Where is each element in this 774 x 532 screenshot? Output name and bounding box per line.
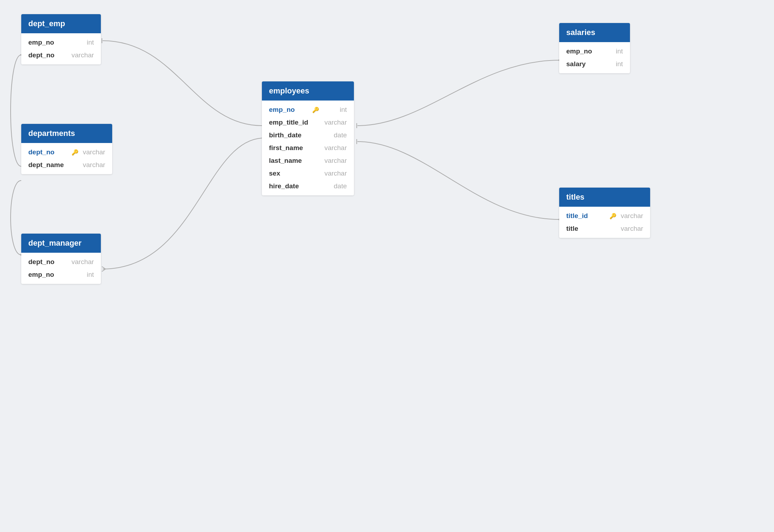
field-type: int (616, 47, 623, 55)
table-employees[interactable]: employees emp_no 🔑 int emp_title_id varc… (262, 81, 354, 195)
field-type: varchar (325, 170, 347, 177)
field-name: dept_name (28, 161, 67, 169)
table-header-salaries: salaries (559, 23, 630, 42)
field-type: date (334, 182, 347, 190)
table-row: dept_no 🔑 varchar (21, 146, 112, 159)
field-name: salary (566, 60, 605, 68)
field-type: varchar (83, 161, 105, 169)
table-row: birth_date date (262, 129, 354, 142)
field-name: emp_title_id (269, 119, 308, 126)
table-title-titles: titles (566, 193, 584, 201)
table-row: title varchar (559, 222, 650, 235)
table-salaries[interactable]: salaries emp_no int salary int (559, 23, 630, 73)
table-row: title_id 🔑 varchar (559, 210, 650, 222)
table-row: emp_no 🔑 int (262, 103, 354, 116)
table-titles[interactable]: titles title_id 🔑 varchar title varchar (559, 188, 650, 238)
table-dept-manager[interactable]: dept_manager dept_no varchar emp_no int (21, 234, 101, 284)
table-header-dept-emp: dept_emp (21, 14, 101, 33)
table-title-salaries: salaries (566, 28, 595, 37)
table-row: dept_no varchar (21, 49, 101, 62)
field-name: dept_no (28, 258, 67, 266)
field-name-pk: title_id (566, 212, 605, 220)
field-name: hire_date (269, 182, 308, 190)
table-title-dept-emp: dept_emp (28, 19, 65, 28)
table-row: hire_date date (262, 180, 354, 193)
field-type: date (334, 131, 347, 139)
table-row: emp_title_id varchar (262, 116, 354, 129)
diagram-canvas: dept_emp emp_no int dept_no varchar depa… (0, 0, 774, 532)
field-type: varchar (325, 119, 347, 126)
field-name-pk: dept_no (28, 148, 67, 156)
table-row: dept_name varchar (21, 159, 112, 171)
table-header-departments: departments (21, 124, 112, 143)
table-body-salaries: emp_no int salary int (559, 42, 630, 73)
table-title-dept-manager: dept_manager (28, 239, 81, 247)
field-type: varchar (83, 148, 105, 156)
field-name: dept_no (28, 51, 67, 59)
field-name: emp_no (28, 39, 67, 46)
field-type: varchar (621, 212, 643, 220)
table-row: first_name varchar (262, 142, 354, 154)
field-name: title (566, 225, 605, 233)
field-name: sex (269, 170, 308, 177)
table-row: salary int (559, 58, 630, 70)
field-name: first_name (269, 144, 308, 152)
field-type: varchar (71, 51, 94, 59)
table-row: emp_no int (21, 36, 101, 49)
field-name: emp_no (566, 47, 605, 55)
table-header-employees: employees (262, 81, 354, 101)
connections-svg (0, 0, 774, 532)
field-name: birth_date (269, 131, 308, 139)
table-title-departments: departments (28, 129, 75, 138)
table-body-departments: dept_no 🔑 varchar dept_name varchar (21, 143, 112, 174)
table-body-dept-emp: emp_no int dept_no varchar (21, 33, 101, 64)
field-type: int (87, 271, 94, 279)
key-icon: 🔑 (312, 107, 319, 113)
table-row: emp_no int (559, 45, 630, 58)
field-type: varchar (325, 144, 347, 152)
key-icon: 🔑 (609, 213, 617, 219)
table-header-titles: titles (559, 188, 650, 207)
table-dept-emp[interactable]: dept_emp emp_no int dept_no varchar (21, 14, 101, 64)
table-body-dept-manager: dept_no varchar emp_no int (21, 253, 101, 284)
table-departments[interactable]: departments dept_no 🔑 varchar dept_name … (21, 124, 112, 174)
key-icon: 🔑 (71, 149, 79, 156)
field-name-pk: emp_no (269, 106, 308, 114)
table-body-titles: title_id 🔑 varchar title varchar (559, 207, 650, 238)
table-header-dept-manager: dept_manager (21, 234, 101, 253)
table-row: sex varchar (262, 167, 354, 180)
table-row: emp_no int (21, 268, 101, 281)
field-type: int (340, 106, 347, 114)
table-body-employees: emp_no 🔑 int emp_title_id varchar birth_… (262, 101, 354, 195)
field-type: int (87, 39, 94, 46)
table-title-employees: employees (269, 86, 309, 95)
field-name: last_name (269, 157, 308, 165)
field-name: emp_no (28, 271, 67, 279)
field-type: varchar (325, 157, 347, 165)
table-row: dept_no varchar (21, 256, 101, 268)
field-type: varchar (71, 258, 94, 266)
field-type: varchar (621, 225, 643, 233)
table-row: last_name varchar (262, 154, 354, 167)
field-type: int (616, 60, 623, 68)
